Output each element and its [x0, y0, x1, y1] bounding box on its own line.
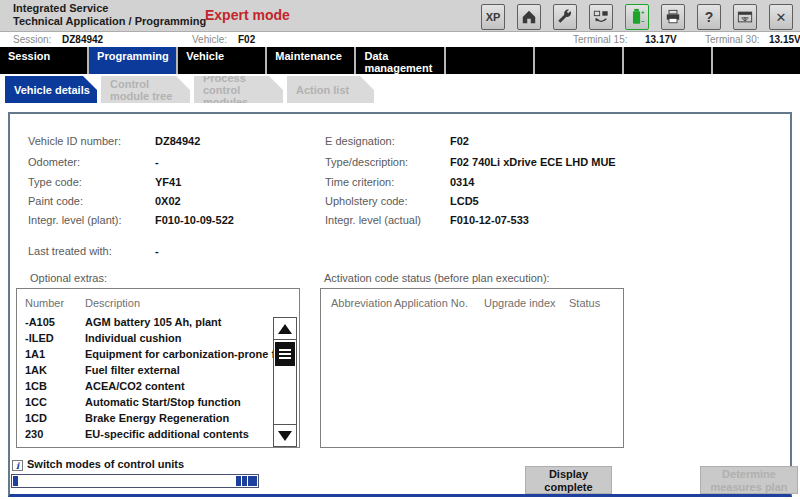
terminal30-label: Terminal 30:: [705, 33, 759, 46]
extras-col-description: Description: [85, 297, 140, 309]
extras-row[interactable]: 230EU-specific additional contents: [17, 428, 299, 444]
battery-status-button[interactable]: [625, 4, 649, 30]
main-tab-session[interactable]: Session: [0, 47, 87, 74]
xp-icon: XP: [486, 12, 501, 23]
extras-row-description: Automatic Start/Stop function: [85, 396, 241, 408]
home-button[interactable]: [517, 4, 541, 30]
main-tab-empty-7[interactable]: [624, 47, 711, 74]
main-tab-data-management[interactable]: Data management: [356, 47, 443, 74]
sub-tab-action-list[interactable]: Action list: [287, 76, 374, 103]
printer-icon: [664, 9, 682, 25]
extras-row-number: 1CC: [25, 396, 47, 408]
extras-row[interactable]: 1CCAutomatic Start/Stop function: [17, 396, 299, 412]
activation-col-status: Status: [569, 297, 600, 309]
help-button[interactable]: ?: [697, 4, 721, 30]
activation-col-abbreviation: Abbreviation: [331, 297, 392, 309]
field-value: YF41: [155, 176, 181, 189]
activation-status-title: Activation code status (before plan exec…: [324, 272, 550, 284]
expert-mode-label: Expert mode: [205, 7, 290, 23]
vci-connection-button[interactable]: [589, 4, 613, 30]
extras-row[interactable]: 1CDBrake Energy Regeneration: [17, 412, 299, 428]
determine-measures-plan-button[interactable]: Determine measures plan: [700, 466, 798, 494]
main-tab-bar: SessionProgrammingVehicleMaintenanceData…: [0, 47, 800, 74]
field-value: LCD5: [450, 195, 479, 208]
extras-col-number: Number: [25, 297, 64, 309]
scroll-thumb[interactable]: [275, 342, 295, 366]
extras-row[interactable]: 1A1Equipment for carbonization-prone fue…: [17, 348, 299, 364]
field-label: Integr. level (actual): [325, 214, 421, 226]
field-label: Upholstery code:: [325, 195, 408, 207]
window-toggle-button[interactable]: [733, 4, 757, 30]
content-panel: Vehicle ID number:DZ84942Odometer:-Type …: [8, 112, 792, 497]
terminal15-label: Terminal 15:: [573, 33, 627, 46]
scroll-down-icon[interactable]: [274, 424, 296, 446]
field-row: E designation:F02: [325, 135, 395, 148]
extras-row-description: Fuel filter external: [85, 364, 180, 376]
terminal15-value: 13.17V: [645, 33, 677, 46]
extras-row-description: ACEA/CO2 content: [85, 380, 185, 392]
progress-segment: [242, 476, 247, 486]
main-tab-empty-6[interactable]: [535, 47, 622, 74]
vci-icon: [592, 9, 610, 25]
field-value: F010-10-09-522: [155, 214, 234, 227]
extras-row-number: 1A1: [25, 348, 45, 360]
main-tab-empty-5[interactable]: [446, 47, 533, 74]
xp-button[interactable]: XP: [481, 4, 505, 30]
extras-row[interactable]: -ILEDIndividual cushion: [17, 332, 299, 348]
main-tab-programming[interactable]: Programming: [89, 47, 176, 74]
display-complete-button[interactable]: Display complete: [525, 466, 612, 494]
field-label: E designation:: [325, 135, 395, 147]
sub-tab-bar: Vehicle detailsControl module treeProces…: [0, 76, 800, 103]
field-value: 0X02: [155, 195, 181, 208]
extras-row-description: Equipment for carbonization-prone fuel: [85, 348, 291, 360]
extras-row-description: Individual cushion: [85, 332, 182, 344]
field-value: F02: [450, 135, 469, 148]
field-label: Odometer:: [28, 156, 80, 168]
app-title-line2: Technical Application / Programming: [13, 15, 206, 28]
optional-extras-table: Number Description -A105AGM battery 105 …: [16, 288, 300, 448]
sub-tab-control-module-tree[interactable]: Control module tree: [101, 76, 190, 103]
window-icon: [736, 9, 754, 25]
field-row: Upholstery code:LCD5: [325, 195, 408, 208]
info-icon: i: [12, 460, 23, 471]
optional-extras-title: Optional extras:: [30, 272, 107, 284]
field-row: Time criterion:0314: [325, 176, 394, 189]
extras-row-description: EU-specific additional contents: [85, 428, 249, 440]
field-row: Type/description:F02 740Li xDrive ECE LH…: [325, 156, 408, 169]
close-button[interactable]: ✕: [769, 4, 793, 30]
session-label: Session:: [13, 33, 51, 46]
activation-col-application: Application No.: [394, 297, 468, 309]
extras-row[interactable]: 1CBACEA/CO2 content: [17, 380, 299, 396]
field-value: -: [155, 156, 159, 169]
activation-col-upgrade: Upgrade index: [484, 297, 556, 309]
main-tab-maintenance[interactable]: Maintenance: [267, 47, 354, 74]
field-label: Time criterion:: [325, 176, 394, 188]
field-row: Integr. level (plant):F010-10-09-522: [28, 214, 122, 227]
progress-segment: [252, 476, 257, 486]
print-button[interactable]: [661, 4, 685, 30]
field-row: Vehicle ID number:DZ84942: [28, 135, 121, 148]
toolbar: XP?✕: [481, 4, 793, 30]
field-row: Paint code:0X02: [28, 195, 83, 208]
main-tab-vehicle[interactable]: Vehicle: [178, 47, 265, 74]
extras-scrollbar[interactable]: [273, 317, 297, 447]
sub-tab-process-control-modules[interactable]: Process control modules: [194, 76, 283, 103]
extras-row[interactable]: -A105AGM battery 105 Ah, plant: [17, 316, 299, 332]
extras-row-description: AGM battery 105 Ah, plant: [85, 316, 222, 328]
field-row: Last treated with:-: [28, 245, 112, 258]
tools-button[interactable]: [553, 4, 577, 30]
extras-row-description: Brake Energy Regeneration: [85, 412, 229, 424]
field-value: F02 740Li xDrive ECE LHD MUE: [450, 156, 616, 169]
sub-tab-vehicle-details[interactable]: Vehicle details: [5, 76, 97, 103]
app-title: Integrated Service Technical Application…: [13, 2, 206, 28]
field-value: 0314: [450, 176, 474, 189]
extras-row-number: -A105: [25, 316, 55, 328]
field-label: Paint code:: [28, 195, 83, 207]
vehicle-value: F02: [238, 33, 255, 46]
terminal30-value: 13.15V: [769, 33, 800, 46]
main-tab-empty-8[interactable]: [713, 47, 800, 74]
extras-row[interactable]: 1AKFuel filter external: [17, 364, 299, 380]
field-value: -: [155, 245, 159, 258]
wrench-icon: [556, 9, 574, 25]
scroll-up-icon[interactable]: [274, 318, 296, 340]
